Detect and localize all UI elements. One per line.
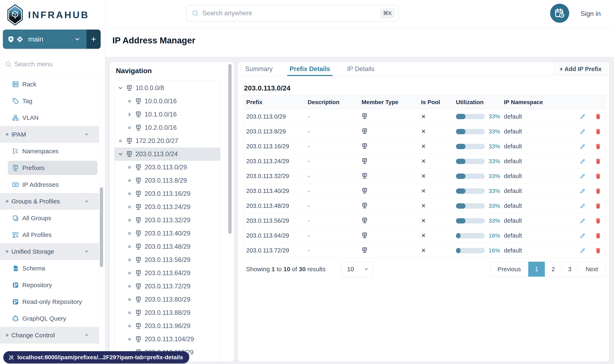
- tree-node-203-0-113-80-29[interactable]: IP203.0.113.80/29: [115, 293, 220, 306]
- tree-node-10-2-0-0-16[interactable]: IP10.2.0.0/16: [115, 121, 220, 134]
- delete-row-button[interactable]: [595, 233, 601, 239]
- global-search: ⌘K: [186, 5, 399, 22]
- tree-node-203-0-113-16-29[interactable]: IP203.0.113.16/29: [115, 187, 220, 200]
- sidebar-item-all-groups[interactable]: All Groups: [0, 210, 99, 226]
- delete-row-button[interactable]: [595, 247, 601, 254]
- table-row[interactable]: 203.0.113.24/29-IP✕33%default: [244, 154, 605, 169]
- search-anywhere-input[interactable]: [202, 10, 377, 17]
- sidebar-item-ip-addresses[interactable]: IPIP Addresses: [0, 176, 99, 193]
- svg-text:IP: IP: [137, 258, 140, 260]
- sidebar-item-read-only-repository[interactable]: Read-only Repository: [0, 293, 99, 310]
- sidebar-item-namespaces[interactable]: Namespaces: [0, 143, 99, 159]
- branch-selector: main +: [3, 29, 101, 49]
- table-row[interactable]: 203.0.113.64/29-IP✕16%default: [244, 228, 605, 243]
- sidebar-item-rack[interactable]: Rack: [0, 76, 99, 92]
- tree-node-203-0-113-32-29[interactable]: IP203.0.113.32/29: [115, 214, 220, 227]
- tree-node-203-0-113-72-29[interactable]: IP203.0.113.72/29: [115, 280, 220, 293]
- edit-row-button[interactable]: [579, 143, 586, 150]
- tree-node-10-0-0-0-8[interactable]: IP10.0.0.0/8: [115, 81, 220, 95]
- table-row[interactable]: 203.0.113.8/29-IP✕33%default: [244, 124, 605, 139]
- tree-node-203-0-113-40-29[interactable]: IP203.0.113.40/29: [115, 227, 220, 240]
- search-menu-input[interactable]: [14, 61, 93, 68]
- sidebar-section-ipam[interactable]: IPAM: [0, 126, 99, 143]
- edit-row-button[interactable]: [579, 233, 586, 239]
- sidebar-item-tag[interactable]: Tag: [0, 92, 99, 109]
- delete-row-button[interactable]: [595, 143, 601, 150]
- edit-row-button[interactable]: [579, 203, 586, 209]
- page-size-select[interactable]: 10: [341, 261, 373, 277]
- sidebar-item-schema[interactable]: Schema: [0, 260, 99, 277]
- ip-sign-icon: IP: [135, 257, 142, 263]
- edit-row-button[interactable]: [579, 247, 586, 254]
- sidebar-item-all-profiles[interactable]: All Profiles: [0, 226, 99, 243]
- next-page-button[interactable]: Next: [578, 262, 605, 277]
- tab-prefix-details[interactable]: Prefix Details: [288, 62, 331, 76]
- delete-row-button[interactable]: [595, 173, 601, 180]
- branch-dropdown[interactable]: main: [3, 29, 87, 49]
- sidebar-scrollbar-thumb[interactable]: [100, 187, 103, 267]
- delete-row-button[interactable]: [595, 188, 601, 195]
- tree-node-203-0-113-88-29[interactable]: IP203.0.113.88/29: [115, 306, 220, 319]
- sidebar-section-groups-profiles[interactable]: Groups & Profiles: [0, 193, 99, 210]
- app-logo[interactable]: INFRAHUB: [0, 0, 105, 27]
- tree-node-203-0-113-0-29[interactable]: IP203.0.113.0/29: [115, 161, 220, 174]
- tree-node-203-0-113-48-29[interactable]: IP203.0.113.48/29: [115, 240, 220, 253]
- table-row[interactable]: 203.0.113.48/29-IP✕33%default: [244, 198, 605, 213]
- delete-row-button[interactable]: [595, 218, 601, 224]
- sidebar-item-graphql-query[interactable]: GraphQL Query: [0, 310, 99, 327]
- search-icon: [192, 10, 199, 17]
- edit-row-button[interactable]: [579, 128, 586, 135]
- sidebar-section-unified-storage[interactable]: Unified Storage: [0, 243, 99, 260]
- table-row[interactable]: 203.0.113.56/29-IP✕33%default: [244, 213, 605, 228]
- tree-node-203-0-113-56-29[interactable]: IP203.0.113.56/29: [115, 253, 220, 266]
- delete-row-button[interactable]: [595, 128, 601, 135]
- page-button-3[interactable]: 3: [561, 262, 578, 277]
- edit-row-button[interactable]: [579, 158, 586, 165]
- ip-sign-icon: IP: [362, 157, 368, 164]
- tree-node-203-0-113-64-29[interactable]: IP203.0.113.64/29: [115, 266, 220, 280]
- edit-row-button[interactable]: [579, 113, 586, 120]
- delete-row-button[interactable]: [595, 113, 601, 120]
- add-ip-prefix-button[interactable]: + Add IP Prefix: [554, 63, 607, 75]
- tree-node-203-0-113-96-29[interactable]: IP203.0.113.96/29: [115, 319, 220, 333]
- sidebar-section-change-control[interactable]: Change Control: [0, 327, 99, 344]
- page-button-2[interactable]: 2: [545, 262, 561, 277]
- previous-page-button[interactable]: Previous: [490, 262, 528, 277]
- caret-down-icon: [84, 132, 89, 137]
- edit-row-button[interactable]: [579, 188, 586, 195]
- svg-text:IP: IP: [137, 218, 140, 221]
- cell-description: -: [308, 247, 362, 254]
- sidebar-item-prefixes[interactable]: IPPrefixes: [0, 159, 99, 176]
- create-branch-button[interactable]: +: [87, 29, 101, 49]
- tree-node-10-1-0-0-16[interactable]: IP10.1.0.0/16: [115, 108, 220, 121]
- sign-in-button[interactable]: Sign in: [581, 0, 601, 27]
- sidebar-item-label: Groups & Profiles: [11, 198, 60, 205]
- tab-summary[interactable]: Summary: [244, 62, 274, 76]
- navigation-scrollbar-thumb[interactable]: [228, 64, 232, 234]
- table-row[interactable]: 203.0.113.32/29-IP✕33%default: [244, 169, 605, 183]
- delete-row-button[interactable]: [595, 158, 601, 165]
- ip-sign-icon: IP: [126, 151, 133, 157]
- column-header-ip-namespace: IP Namespace: [504, 99, 575, 105]
- utilization-bar: [456, 159, 485, 164]
- tree-node-203-0-113-8-29[interactable]: IP203.0.113.8/29: [115, 174, 220, 187]
- table-row[interactable]: 203.0.113.40/29-IP✕33%default: [244, 183, 605, 198]
- edit-row-button[interactable]: [579, 218, 586, 224]
- tree-node-203-0-113-104-29[interactable]: IP203.0.113.104/29: [115, 333, 220, 346]
- schedule-button[interactable]: [550, 4, 569, 23]
- tree-node-172-20-20-0-27[interactable]: IP172.20.20.0/27: [115, 134, 220, 147]
- tree-node-203-0-113-24-29[interactable]: IP203.0.113.24/29: [115, 200, 220, 214]
- tab-ip-details[interactable]: IP Details: [346, 62, 376, 76]
- delete-row-button[interactable]: [595, 203, 601, 209]
- tree-node-label: 10.0.0.0/16: [145, 98, 177, 105]
- edit-row-button[interactable]: [579, 173, 586, 180]
- sidebar-item-vlan[interactable]: VLAN: [0, 109, 99, 126]
- table-row[interactable]: 203.0.113.72/29-IP✕16%default: [244, 243, 605, 258]
- svg-text:IP: IP: [364, 203, 366, 206]
- table-row[interactable]: 203.0.113.0/29-IP✕33%default: [244, 109, 605, 124]
- tree-node-203-0-113-0-24[interactable]: IP203.0.113.0/24: [115, 147, 220, 161]
- table-row[interactable]: 203.0.113.16/29-IP✕33%default: [244, 139, 605, 154]
- tree-node-10-0-0-0-16[interactable]: IP10.0.0.0/16: [115, 95, 220, 108]
- sidebar-item-repository[interactable]: Repository: [0, 277, 99, 293]
- page-button-1[interactable]: 1: [528, 262, 545, 277]
